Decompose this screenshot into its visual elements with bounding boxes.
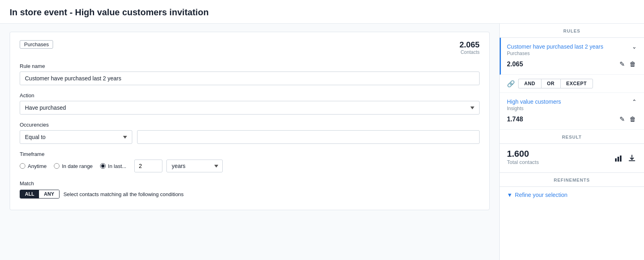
result-download-btn[interactable]	[627, 154, 637, 163]
refine-link-text: Refine your selection	[515, 192, 568, 198]
occurrencies-label: Occurencies	[20, 122, 480, 128]
rules-section-label: RULES	[500, 24, 644, 38]
rule-item-2-title: High value customers	[507, 98, 561, 105]
rule-item-2-title-row: High value customers ⌃	[507, 98, 637, 105]
rule-item-2-count: 1.748	[507, 116, 523, 123]
action-group: Action Have purchased	[20, 92, 480, 115]
radio-in-last-text: In last...	[108, 163, 127, 169]
timeframe-unit-wrapper: years	[166, 160, 223, 172]
radio-in-date-range-text: In date range	[62, 163, 93, 169]
radio-anytime[interactable]	[20, 163, 25, 169]
svg-rect-0	[615, 158, 617, 162]
result-chart-btn[interactable]	[613, 154, 623, 163]
result-count: 1.600	[507, 149, 539, 159]
occurrencies-group: Occurencies Equal to	[20, 122, 480, 144]
contacts-label: Contacts	[459, 49, 480, 55]
refinements-section: ▼ Refine your selection	[500, 187, 644, 203]
rule-name-group: Rule name	[20, 63, 480, 85]
rule-item-1-count: 2.065	[507, 61, 523, 68]
download-icon	[628, 154, 636, 162]
rule-item-2-delete-btn[interactable]: 🗑	[629, 115, 637, 124]
rule-item-1-chevron[interactable]: ⌄	[632, 43, 637, 50]
rule-item-1-title: Customer have purchased last 2 years	[507, 43, 603, 50]
rule-item-2: High value customers ⌃ Insights 1.748 ✎ …	[500, 93, 644, 130]
page-wrapper: In store event - High value customers in…	[0, 0, 644, 260]
timeframe-unit-select[interactable]: years	[166, 160, 223, 172]
match-row: ALL ANY Select contacts matching all the…	[20, 190, 480, 199]
action-label: Action	[20, 92, 480, 98]
refinements-section-label: REFINEMENTS	[500, 173, 644, 187]
rule-name-input[interactable]	[20, 72, 480, 85]
result-total-label: Total contacts	[507, 159, 539, 165]
match-any-btn[interactable]: ANY	[39, 190, 59, 198]
filter-icon: ▼	[507, 192, 513, 198]
occurrencies-select[interactable]: Equal to	[20, 130, 132, 144]
match-section: Match ALL ANY Select contacts matching a…	[20, 180, 480, 199]
bar-chart-icon	[614, 154, 622, 162]
occurrencies-select-wrapper: Equal to	[20, 130, 132, 144]
match-btn-group: ALL ANY	[20, 190, 59, 199]
occurrencies-row: Equal to	[20, 130, 480, 144]
purchases-tag[interactable]: Purchases	[20, 40, 53, 49]
result-icons	[613, 154, 637, 163]
refine-link[interactable]: ▼ Refine your selection	[507, 192, 637, 198]
radio-group: Anytime In date range In last...	[20, 163, 126, 169]
connector-btn-group: AND OR EXCEPT	[518, 79, 593, 88]
match-desc: Select contacts matching all the followi…	[64, 191, 184, 197]
rule-card: Purchases 2.065 Contacts Rule name Actio…	[10, 32, 490, 210]
svg-rect-2	[620, 156, 621, 162]
timeframe-row: Anytime In date range In last...	[20, 160, 480, 172]
svg-rect-1	[617, 157, 619, 162]
connector-and-btn[interactable]: AND	[518, 79, 541, 88]
match-all-btn[interactable]: ALL	[20, 190, 39, 198]
rule-item-1: Customer have purchased last 2 years ⌄ P…	[500, 38, 644, 75]
timeframe-label: Timeframe	[20, 151, 480, 157]
radio-in-date-range-label[interactable]: In date range	[54, 163, 93, 169]
rule-item-1-actions: 2.065 ✎ 🗑	[507, 59, 637, 69]
match-label: Match	[20, 180, 480, 186]
link-icon: 🔗	[507, 80, 515, 88]
radio-in-date-range[interactable]	[54, 163, 59, 169]
rule-item-2-subtitle: Insights	[507, 106, 637, 111]
rule-item-1-edit-btn[interactable]: ✎	[619, 59, 626, 69]
rule-card-header: Purchases 2.065 Contacts	[20, 40, 480, 55]
timeframe-group: Timeframe Anytime In date range	[20, 151, 480, 172]
rule-item-1-title-row: Customer have purchased last 2 years ⌄	[507, 43, 637, 50]
main-content: Purchases 2.065 Contacts Rule name Actio…	[0, 24, 644, 260]
action-select[interactable]: Have purchased	[20, 101, 480, 115]
rule-name-label: Rule name	[20, 63, 480, 69]
timeframe-number-input[interactable]	[134, 160, 162, 172]
timeframe-inputs: years	[134, 160, 223, 172]
contacts-count-block: 2.065 Contacts	[459, 40, 480, 55]
action-select-wrapper: Have purchased	[20, 101, 480, 115]
left-panel: Purchases 2.065 Contacts Rule name Actio…	[0, 24, 499, 260]
radio-in-last[interactable]	[100, 163, 106, 169]
rule-item-1-icons: ✎ 🗑	[619, 59, 637, 69]
result-row: 1.600 Total contacts	[507, 149, 637, 168]
connector-except-btn[interactable]: EXCEPT	[560, 79, 593, 88]
right-sidebar: RULES Customer have purchased last 2 yea…	[499, 24, 644, 260]
result-section: 1.600 Total contacts	[500, 144, 644, 173]
page-header: In store event - High value customers in…	[0, 0, 644, 24]
rule-item-2-icons: ✎ 🗑	[619, 115, 637, 124]
radio-in-last-label[interactable]: In last...	[100, 163, 127, 169]
connector-or-btn[interactable]: OR	[541, 79, 560, 88]
contacts-number: 2.065	[459, 40, 480, 49]
rule-item-2-actions: 1.748 ✎ 🗑	[507, 115, 637, 124]
rule-item-2-edit-btn[interactable]: ✎	[619, 115, 626, 124]
occurrencies-input[interactable]	[137, 130, 480, 144]
result-section-label: RESULT	[500, 130, 644, 144]
connector-area: 🔗 AND OR EXCEPT	[500, 75, 644, 93]
rule-item-1-delete-btn[interactable]: 🗑	[629, 59, 637, 69]
page-title: In store event - High value customers in…	[10, 7, 634, 18]
rule-item-1-subtitle: Purchases	[507, 51, 637, 56]
rule-item-2-chevron[interactable]: ⌃	[632, 98, 637, 105]
radio-anytime-text: Anytime	[28, 163, 47, 169]
radio-anytime-label[interactable]: Anytime	[20, 163, 47, 169]
result-count-block: 1.600 Total contacts	[507, 149, 539, 168]
